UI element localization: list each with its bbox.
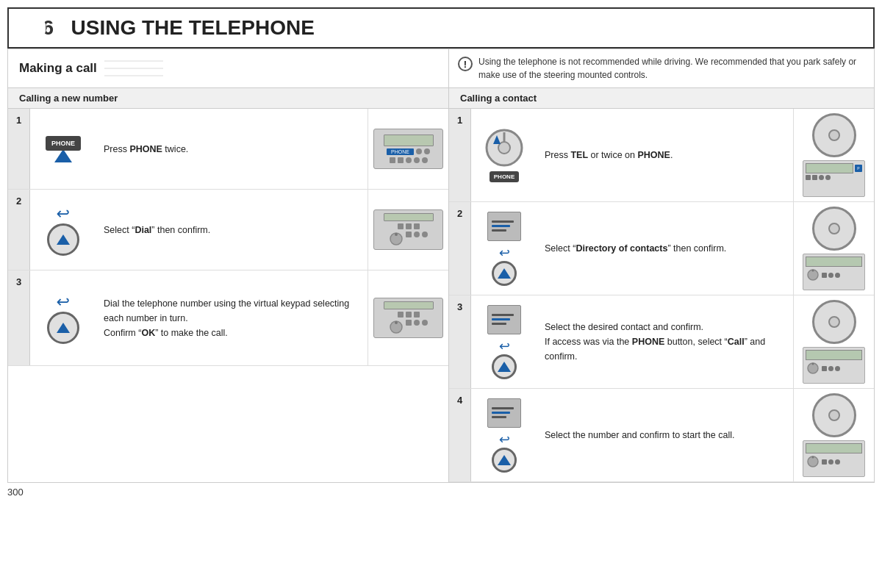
tel-steering-icon (484, 128, 525, 168)
phone-button-icon: PHONE (46, 136, 81, 162)
radio-screen (384, 135, 434, 146)
step-3-image (368, 270, 448, 365)
knob-2: ↪ (492, 245, 517, 286)
right-step-2: 2 ↪ (449, 202, 874, 295)
phone-btn-mini: P (855, 165, 862, 172)
knob-4: ↪ (492, 431, 517, 473)
knob-icon-3: ↪ (47, 293, 79, 344)
header-text: USING THE TELEPHONE (71, 16, 315, 39)
step-1-icon: PHONE (30, 109, 96, 189)
header-title: 06 USING THE TELEPHONE (24, 16, 315, 39)
right-step-num-2: 2 (449, 202, 471, 295)
phone-btn-small: PHONE (490, 171, 519, 182)
page-header: 06 USING THE TELEPHONE (7, 7, 875, 49)
knob-circle (47, 223, 79, 256)
menu-icon (487, 212, 521, 241)
right-step-3-image (793, 295, 874, 388)
right-step-num-1: 1 (449, 109, 471, 201)
right-step-4-icon: ↪ (471, 389, 537, 481)
small-knob-svg (806, 268, 820, 282)
right-step-3: 3 ↪ (449, 295, 874, 389)
small-screen-unit-3 (803, 347, 865, 384)
svg-point-12 (812, 270, 814, 272)
knob-3: ↪ (492, 338, 517, 379)
small-knob-svg-4 (806, 455, 820, 468)
menu-icon-3 (487, 305, 521, 334)
small-steering-2 (812, 207, 856, 251)
small-steering-1 (812, 113, 856, 157)
knob-circle-r4 (492, 448, 517, 473)
step-3-text: Dial the telephone number using the virt… (96, 270, 368, 365)
arrow-up-icon (54, 149, 72, 162)
menu-knob-icon: ↪ (487, 212, 521, 286)
top-bar: Making a call ! Using the telephone is n… (8, 49, 874, 88)
step-2-text: Select “Dial” then confirm. (96, 190, 368, 270)
warning-section: ! Using the telephone is not recommended… (449, 49, 874, 87)
menu-knob-icon-3: ↪ (487, 305, 521, 379)
right-step-1: 1 PHONE Press TEL or tw (449, 109, 874, 202)
two-columns: Calling a new number 1 PHONE Press PHONE… (8, 88, 874, 482)
right-step-4: 4 ↪ (449, 389, 874, 482)
right-section-header: Calling a contact (449, 88, 874, 109)
knob-circle-3 (47, 312, 79, 344)
right-step-1-image: P (793, 109, 874, 201)
chapter-number: 06 (31, 16, 54, 39)
left-step-1: 1 PHONE Press PHONE twice. PHONE (8, 109, 448, 190)
right-step-2-icon: ↪ (471, 202, 537, 295)
step-2-image (368, 190, 448, 270)
knob-arrow-up-3 (57, 323, 70, 333)
radio-unit-mock-2 (373, 209, 443, 250)
curved-arrow-icon: ↪ (57, 204, 70, 223)
warning-text: Using the telephone is not recommended w… (478, 55, 865, 82)
right-step-1-icon: PHONE (471, 109, 537, 201)
radio-screen-3 (384, 301, 434, 309)
right-step-2-image (793, 202, 874, 295)
warning-icon: ! (458, 57, 473, 71)
radio-unit-mock: PHONE (373, 129, 443, 169)
menu-icon-4 (487, 398, 521, 428)
svg-point-4 (395, 233, 398, 236)
right-step-4-text: Select the number and confirm to start t… (537, 389, 793, 481)
right-step-num-4: 4 (449, 389, 471, 481)
step-2-icon: ↪ (30, 190, 96, 270)
step-num-3: 3 (8, 270, 30, 365)
small-screen-unit-2 (803, 254, 865, 290)
left-step-2: 2 ↪ Select “Dial” then confirm. (8, 190, 448, 270)
knob-circle-r2 (492, 261, 517, 286)
right-step-2-text: Select “Directory of contacts” then conf… (537, 202, 793, 295)
main-content: Making a call ! Using the telephone is n… (7, 49, 875, 483)
svg-point-16 (812, 456, 814, 459)
radio-screen-2 (384, 213, 434, 221)
svg-point-14 (812, 363, 814, 365)
radio-unit-mock-3 (373, 298, 443, 338)
small-steering-4 (812, 393, 856, 437)
page-footer: 300 (0, 483, 882, 501)
small-knob-svg-3 (806, 362, 820, 375)
knob-svg-small (389, 232, 404, 246)
making-call-section: Making a call (8, 49, 449, 87)
page-number: 300 (7, 487, 24, 498)
knob-svg-small-3 (389, 320, 404, 334)
right-step-3-text: Select the desired contact and confirm.I… (537, 295, 793, 388)
decorative-lines (104, 57, 178, 79)
right-step-4-image (793, 389, 874, 481)
phone-btn-blue: PHONE (387, 148, 414, 155)
step-1-text: Press PHONE twice. (96, 109, 368, 189)
svg-point-6 (395, 321, 398, 324)
small-screen-unit-1: P (803, 160, 865, 197)
right-column: Calling a contact 1 (449, 88, 874, 482)
steering-wheel-svg (484, 128, 525, 168)
step-3-icon: ↪ (30, 270, 96, 365)
left-step-3: 3 ↪ Dial the telephone number using the … (8, 270, 448, 366)
small-screen-unit-4 (803, 440, 865, 477)
knob-icon: ↪ (47, 204, 79, 256)
step-num-2: 2 (8, 190, 30, 270)
small-steering-3 (812, 300, 856, 344)
step-num-1: 1 (8, 109, 30, 189)
knob-arrow-up (57, 234, 70, 245)
making-call-title: Making a call (19, 61, 97, 76)
right-step-1-text: Press TEL or twice on PHONE. (537, 109, 793, 201)
left-column: Calling a new number 1 PHONE Press PHONE… (8, 88, 449, 482)
right-step-num-3: 3 (449, 295, 471, 388)
step-1-image: PHONE (368, 109, 448, 189)
